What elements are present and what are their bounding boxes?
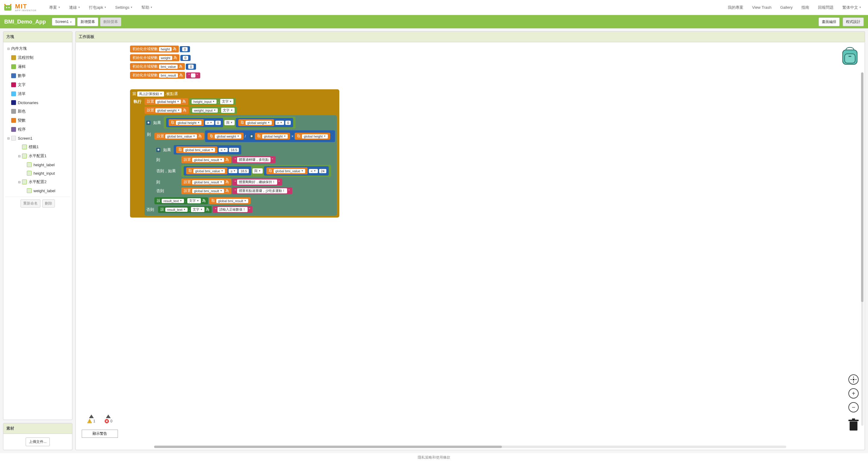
zoom-out-button[interactable]: −: [848, 402, 859, 412]
designer-view-button[interactable]: 畫面編排: [818, 18, 840, 26]
and-block[interactable]: 取 global height▼ >▼ 0 與▼ 取 global weight…: [164, 117, 296, 128]
outer-if-block[interactable]: ✱ 如果 取 global height▼ >▼ 0 與▼: [145, 115, 337, 216]
add-screen-button[interactable]: 新增螢幕: [77, 18, 98, 26]
tree-category[interactable]: 流程控制: [5, 53, 70, 62]
gear-icon[interactable]: ✱: [249, 134, 254, 139]
menu-my-projects[interactable]: 我的專案: [724, 2, 747, 13]
tree-builtin[interactable]: ⊟ 內件方塊: [5, 44, 70, 53]
tree-component[interactable]: weight_label: [5, 186, 70, 195]
menu-connect[interactable]: 連線▼: [65, 2, 84, 13]
caret-icon: ▼: [130, 6, 133, 9]
tree-category[interactable]: 文字: [5, 80, 70, 89]
horizontal-scrollbar[interactable]: [154, 445, 786, 448]
menu-build[interactable]: 打包apk▼: [85, 2, 110, 13]
category-color-icon: [11, 109, 16, 114]
caret-icon: ▼: [78, 6, 80, 9]
menu-settings[interactable]: Settings▼: [112, 2, 136, 13]
tree-component[interactable]: ⊟水平配置1: [5, 151, 70, 160]
workspace-controls: + −: [848, 374, 859, 432]
collapse-icon[interactable]: ⊟: [6, 47, 10, 51]
component-icon: [22, 145, 27, 149]
init-global-var-block[interactable]: 初始化全域變數 bmi_value 為: [130, 63, 185, 70]
show-warnings-button[interactable]: 顯示警告: [82, 430, 118, 438]
media-panel-title: 素材: [3, 423, 72, 434]
menu-help[interactable]: 幫助▼: [138, 2, 156, 13]
tree-category[interactable]: 數學: [5, 71, 70, 80]
component-icon: [27, 171, 32, 176]
init-global-var-block[interactable]: 初始化全域變數 height 為: [130, 45, 179, 53]
blocks-workspace[interactable]: 初始化全域變數 height 為 0 初始化全域變數 weight 為 0 初始…: [75, 42, 865, 450]
left-sidebar: 方塊 ⊟ 內件方塊 流程控制邏輯數學文字清單Dictionaries顏色變數程序…: [3, 31, 72, 450]
media-panel: 素材 上傳文件...: [3, 423, 72, 450]
get-weight-input-text[interactable]: weight_input▼ . 文字▼: [190, 107, 237, 114]
footer-link[interactable]: 隱私策略和使用條款: [0, 453, 868, 461]
svg-rect-7: [849, 56, 851, 57]
tree-category[interactable]: 變數: [5, 116, 70, 125]
tree-category[interactable]: 清單: [5, 89, 70, 98]
up-triangle-icon[interactable]: [89, 414, 94, 418]
center-button[interactable]: [848, 374, 859, 385]
category-color-icon: [11, 100, 16, 105]
delete-button[interactable]: 刪除: [42, 199, 55, 208]
number-block[interactable]: 0: [186, 64, 196, 70]
rename-button[interactable]: 重新命名: [21, 199, 40, 208]
category-color-icon: [11, 55, 16, 60]
gear-icon[interactable]: ✱: [156, 148, 160, 152]
set-bmi-value-block[interactable]: 設置 global bmi_value▼ 為: [154, 133, 204, 140]
vertical-scrollbar[interactable]: [861, 72, 864, 426]
tree-screen1[interactable]: ⊟ Screen1: [5, 134, 70, 143]
tree-component[interactable]: height_input: [5, 169, 70, 177]
zoom-in-button[interactable]: +: [848, 388, 859, 399]
gear-icon[interactable]: ✱: [146, 121, 151, 125]
when-click-block[interactable]: 當 馬上計算按鈕▼ .被點選 執行 設置 global height▼ 為: [130, 89, 339, 218]
gt-block[interactable]: 取 global height▼ >▼ 0: [166, 118, 223, 127]
gt-block-2[interactable]: 取 global weight▼ >▼ 0: [236, 118, 293, 127]
divide-block[interactable]: 取 global weight▼ / ✱ 取 global height▼ × …: [205, 130, 335, 142]
trash-icon[interactable]: [848, 419, 859, 432]
collapse-icon[interactable]: ⊟: [6, 136, 10, 140]
menu-view-trash[interactable]: View Trash: [749, 2, 775, 13]
upload-file-button[interactable]: 上傳文件...: [26, 437, 50, 446]
screen-selector[interactable]: Screen1 ▼: [52, 18, 75, 26]
menu-guide[interactable]: 指南: [798, 2, 813, 13]
up-triangle-icon[interactable]: [106, 414, 111, 418]
tree-component[interactable]: 標籤1: [5, 143, 70, 151]
set-result-text-else-block[interactable]: 設 result_text▼ . 文字▼ 為: [158, 206, 212, 213]
svg-point-8: [852, 379, 855, 380]
get-height-input-text[interactable]: height_input▼ . 文字▼: [189, 98, 236, 105]
main-layout: 方塊 ⊟ 內件方塊 流程控制邏輯數學文字清單Dictionaries顏色變數程序…: [0, 28, 868, 453]
caret-icon: ▼: [104, 6, 106, 9]
number-block[interactable]: 0: [180, 55, 191, 61]
collapse-icon[interactable]: ⊟: [17, 180, 22, 184]
multiply-block[interactable]: ✱ 取 global height▼ × 取 global height▼: [247, 131, 333, 141]
collapse-icon[interactable]: ⊟: [17, 154, 22, 158]
menu-projects[interactable]: 專案▼: [45, 2, 64, 13]
number-block[interactable]: 0: [180, 46, 190, 52]
init-global-var-block[interactable]: 初始化全域變數 weight 為: [130, 54, 180, 61]
blocks-canvas[interactable]: 初始化全域變數 height 為 0 初始化全域變數 weight 為 0 初始…: [76, 42, 865, 450]
blocks-view-button[interactable]: 程式設計: [843, 18, 864, 26]
tree-component[interactable]: height_label: [5, 160, 70, 169]
string-block[interactable]: " ": [186, 72, 200, 79]
top-menubar: MIT APP INVENTOR 專案▼ 連線▼ 打包apk▼ Settings…: [0, 0, 868, 15]
lt-block[interactable]: 取 global bmi_value▼ <▼ 18.5: [174, 145, 241, 154]
menu-report[interactable]: 回報問題: [814, 2, 837, 13]
menu-gallery[interactable]: Gallery: [777, 2, 796, 13]
tree-category[interactable]: 顏色: [5, 107, 70, 116]
category-color-icon: [11, 127, 16, 132]
menu-left-group: 專案▼ 連線▼ 打包apk▼ Settings▼ 幫助▼: [45, 2, 156, 13]
error-icon: [104, 419, 109, 424]
set-global-height-block[interactable]: 設置 global height▼ 為: [145, 98, 188, 105]
menu-language[interactable]: 繁体中文▼: [839, 2, 865, 13]
inner-if-block[interactable]: ✱ 如果 取 global bmi_value▼ <▼ 18.5: [154, 144, 333, 197]
logo[interactable]: MIT APP INVENTOR: [3, 3, 36, 12]
init-global-var-block[interactable]: 初始化全域變數 bmi_result 為: [130, 72, 185, 79]
set-result-text-block[interactable]: 設 result_text▼ . 文字▼ 為: [154, 197, 208, 204]
tree-category[interactable]: 程序: [5, 125, 70, 134]
category-color-icon: [11, 118, 16, 123]
set-global-weight-block[interactable]: 設置 global weight▼ 為: [145, 107, 189, 114]
tree-category[interactable]: 邏輯: [5, 62, 70, 71]
backpack-icon[interactable]: [840, 45, 860, 66]
tree-component[interactable]: ⊟水平配置2: [5, 177, 70, 186]
tree-category[interactable]: Dictionaries: [5, 98, 70, 107]
